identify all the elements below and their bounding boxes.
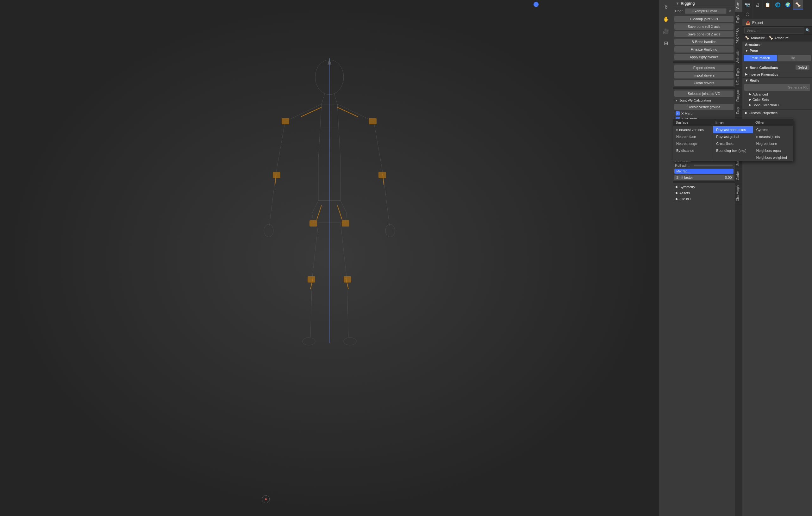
view-layer-icon[interactable]: 📋 (763, 0, 773, 9)
dropdown-item-negrest-bone[interactable]: Negrest bone (753, 140, 793, 147)
symmetry-section[interactable]: ▶ Symmetry (673, 184, 735, 190)
dropdown-item-cross-lines[interactable]: Cross lines (713, 140, 753, 147)
vtab-view[interactable]: View (735, 0, 743, 12)
output-icon[interactable]: 🖨 (753, 0, 763, 9)
scene-icon[interactable]: 🌐 (773, 0, 783, 9)
dropdown-item-neighbors-equal[interactable]: Neighbors equal (753, 147, 793, 154)
generate-rig-btn[interactable]: Generate Rig (744, 84, 810, 91)
roll-adj-field[interactable] (694, 164, 733, 166)
dropdown-item-bounding-box-exp[interactable]: Bounding box (exp) (713, 147, 753, 154)
mix-factor-label: Mix fac... (676, 169, 732, 173)
x-mirror-checkbox[interactable]: ✓ (676, 111, 680, 116)
file-io-section[interactable]: ▶ File I/O (673, 196, 735, 202)
symmetry-arrow: ▶ (676, 185, 678, 189)
shift-factor-value: 0.00 (725, 176, 732, 179)
vtab-expy[interactable]: Expy (735, 104, 743, 117)
cleanup-joint-vgs-btn[interactable]: Cleanup joint VGs (674, 16, 733, 22)
vtab-rigify[interactable]: Rigify (735, 12, 743, 26)
rigging-arrow: ▼ (676, 1, 679, 6)
custom-properties-section[interactable]: ▶ Custom Properties (743, 110, 812, 116)
vtab-animation[interactable]: Animation (735, 46, 743, 65)
color-sets-sub-item[interactable]: ▶ Color Sets (743, 97, 812, 102)
vtab-psk-psa[interactable]: PSK / PSA (735, 26, 743, 46)
joint-vg-label: Joint VG Calculation (679, 98, 711, 102)
pose-position-btn[interactable]: Pose Position (744, 55, 777, 61)
color-sets-arrow: ▶ (749, 97, 751, 101)
import-drivers-btn[interactable]: Import drivers (674, 72, 733, 79)
finalize-rigify-btn[interactable]: Finalize Rigify rig (674, 46, 733, 53)
dropdown-header-row: Surface Inner Other (673, 119, 793, 126)
advanced-sub-item[interactable]: ▶ Advanced (743, 91, 812, 97)
vtab-flapgun[interactable]: Flapgun (735, 88, 743, 104)
char-close-btn[interactable]: ✕ (728, 8, 733, 13)
rigify-arrow: ▼ (745, 79, 748, 82)
dropdown-item-n-nearest-vertices[interactable]: n nearest vertices (673, 126, 713, 133)
hand-tool-icon[interactable]: ✋ (660, 13, 672, 25)
cursor-tool-icon[interactable]: 🖱 (660, 1, 672, 13)
x-mirror-row: ✓ X Mirror (673, 111, 735, 116)
apply-rigify-tweaks-btn[interactable]: Apply rigify tweaks (674, 54, 733, 60)
svg-line-34 (337, 107, 358, 117)
bone-collections-label: Bone Collections (750, 66, 778, 70)
world-icon[interactable]: 🌍 (783, 0, 793, 9)
x-mirror-label: X Mirror (681, 112, 694, 116)
dropdown-item-raycast-bone-axes[interactable]: Raycast bone axes (713, 126, 753, 133)
vtab-charmorph[interactable]: CharMorph (735, 183, 743, 204)
save-bone-roll-z-btn[interactable]: Save bone roll Z axis (674, 31, 733, 37)
recalc-vertex-groups-btn[interactable]: Recalc vertex groups (674, 104, 733, 110)
rest-position-btn[interactable]: Re... (778, 55, 811, 61)
clean-drivers-btn[interactable]: Clean drivers (674, 80, 733, 86)
export-icon: 📤 (746, 21, 750, 25)
svg-line-35 (317, 205, 321, 219)
char-row: Char: ExampleHuman ✕ (673, 7, 735, 15)
svg-point-52 (265, 498, 267, 500)
save-bone-roll-x-btn[interactable]: Save bone roll X axis (674, 23, 733, 30)
armature-section-header: Armature (743, 41, 812, 48)
advanced-arrow: ▶ (749, 92, 751, 96)
inv-kin-label: Inverse Kinematics (749, 72, 778, 76)
char-value: ExampleHuman (692, 9, 717, 13)
vtab-garfer[interactable]: Garfer (735, 169, 743, 183)
grid-tool-icon[interactable]: ⊞ (660, 37, 672, 49)
dropdown-item-neighbors-weighted[interactable]: Neighbors weighted (753, 154, 793, 161)
svg-line-9 (383, 175, 389, 226)
breadcrumb-sep: › (766, 36, 767, 40)
assets-arrow: ▶ (676, 191, 678, 195)
vtab-ue-to-rigify[interactable]: UE to Rigify (735, 65, 743, 88)
b-bone-handles-btn[interactable]: B-Bone handles (674, 39, 733, 45)
pose-section-header[interactable]: ▼ Pose (743, 48, 812, 54)
svg-rect-46 (342, 220, 349, 226)
dropdown-item-by-distance[interactable]: By distance (673, 147, 713, 154)
custom-props-label: Custom Properties (749, 111, 778, 115)
rigging-panel: ▼ Rigging Char: ExampleHuman ✕ Cleanup j… (673, 0, 735, 516)
rigify-section-header[interactable]: ▼ Rigify (743, 78, 812, 83)
dropdown-item-n-nearest-joints[interactable]: n nearest joints (753, 133, 793, 140)
assets-section[interactable]: ▶ Assets (673, 190, 735, 196)
inverse-kinematics-section[interactable]: ▶ Inverse Kinematics (743, 71, 812, 77)
search-icon: 🔍 (805, 28, 810, 33)
bone-collections-select-btn[interactable]: Select (795, 65, 809, 70)
props-search-row: 🔍 (743, 27, 812, 34)
dropdown-item-cyrrent[interactable]: Cyrrent (753, 126, 793, 133)
object-data-icon[interactable]: ⬡ (743, 9, 753, 19)
viewport[interactable] (0, 0, 659, 516)
render-icon[interactable]: 📷 (743, 0, 753, 9)
joint-vg-arrow: ▼ (675, 99, 678, 102)
props-search-input[interactable] (744, 27, 804, 34)
bone-collection-ui-sub-item[interactable]: ▶ Bone Collection UI (743, 102, 812, 108)
recalc-dropdown: Surface Inner Other n nearest vertices N… (673, 119, 793, 161)
dropdown-item-nearest-edge[interactable]: Nearest edge (673, 140, 713, 147)
file-io-label: File I/O (679, 197, 691, 201)
dropdown-item-raycast-global[interactable]: Raycast global (713, 133, 753, 140)
svg-point-17 (344, 338, 356, 345)
camera-tool-icon[interactable]: 🎥 (660, 25, 672, 37)
joint-vg-section-header[interactable]: ▼ Joint VG Calculation (673, 97, 735, 103)
svg-line-12 (312, 223, 318, 280)
dropdown-item-nearest-face[interactable]: Nearest face (673, 133, 713, 140)
armature-icon[interactable]: 🦴 (793, 0, 803, 9)
selected-joints-to-vg-btn[interactable]: Selected joints to VG (674, 90, 733, 97)
char-select[interactable]: ExampleHuman (685, 8, 727, 14)
svg-line-4 (337, 104, 374, 121)
export-drivers-btn[interactable]: Export drivers (674, 64, 733, 71)
pose-position-row: Pose Position Re... (744, 55, 811, 61)
